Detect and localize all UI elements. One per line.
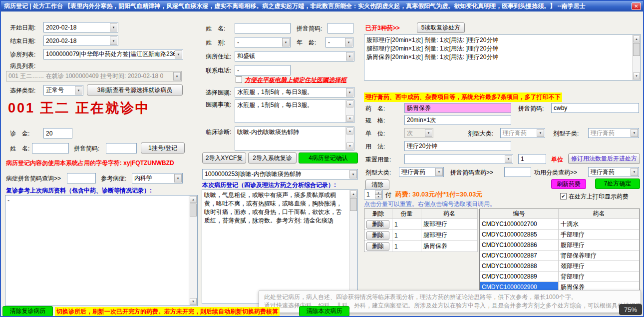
stepper-arrows-icon[interactable]: ▲▼ xyxy=(375,190,382,198)
function-query-value: 理疗膏药 xyxy=(591,168,615,176)
advice-select[interactable]: 水煎服，1剂5前，每日3服。 ▼ xyxy=(235,87,354,98)
class-query-value: 理疗膏药 xyxy=(401,168,425,176)
m-name-input[interactable] xyxy=(235,23,291,34)
start-date-picker[interactable]: 2020-02-18 ▼ xyxy=(43,22,118,32)
chevron-down-icon: ▼ xyxy=(75,86,82,94)
clinic-select[interactable]: 1000000079|中华郎中药处方签|温江区新南路236 ▼ xyxy=(43,49,183,60)
print-fee-checkbox[interactable]: ✔ xyxy=(560,193,567,200)
app-window: 病历登记 | 处方工作台 【表里内外分寒热，阴阳气血精津神，风湿气血痰水湿，虚实… xyxy=(0,0,644,317)
register-button[interactable]: 1挂号/登记 xyxy=(141,142,185,154)
drug-code[interactable]: CMDYC1000002700 xyxy=(480,219,559,229)
import-xycf-button[interactable]: 2导入XYCF复 xyxy=(202,152,246,164)
scrollbar[interactable]: ▲ ▼ xyxy=(632,35,641,80)
drug-name: 背部理疗 xyxy=(559,272,640,282)
read-prescription-button[interactable]: 5读取复诊处方 xyxy=(417,22,465,33)
phone-input[interactable]: - xyxy=(235,65,291,76)
usage-input[interactable]: 理疗20分钟 xyxy=(404,141,511,151)
delete-item-button[interactable]: 删除 xyxy=(366,242,389,250)
item-qty[interactable]: 1 xyxy=(392,241,421,252)
import-system-button[interactable]: 2导入系统复诊 xyxy=(248,152,297,164)
clear-current-button[interactable]: 清除本次病历 xyxy=(299,306,349,316)
table-row[interactable]: CMDYC1000002889 背部理疗 xyxy=(480,272,640,282)
reset-dosage-select[interactable]: ▼ xyxy=(404,154,513,164)
prescription-text: 腹部理疗[20min×1次] 剂量: 1次[用法: ]理疗20分钟 腿部理疗[2… xyxy=(366,36,631,79)
scroll-down-icon[interactable]: ▼ xyxy=(633,72,640,80)
table-row[interactable]: CMDYC1000002886 腹部理疗 xyxy=(480,240,640,250)
scroll-up-icon[interactable]: ▲ xyxy=(350,190,357,198)
unit-select[interactable]: 次 ▼ xyxy=(404,128,433,138)
scroll-up-icon[interactable]: ▲ xyxy=(633,36,640,42)
reset-qty-value: 1 xyxy=(521,156,524,162)
close-button[interactable]: ✕ xyxy=(632,2,641,10)
function-query-label: 功用分类查药>> xyxy=(534,169,577,176)
scroll-up-icon[interactable]: ▲ xyxy=(346,100,353,108)
function-query-select[interactable]: 理疗膏药 ▼ xyxy=(588,167,639,177)
quantity-stepper[interactable]: 1 ▲▼ xyxy=(364,190,383,200)
table-row[interactable]: CMDYC1000002700 十滴水 xyxy=(480,219,640,230)
gender-select[interactable]: - ▼ xyxy=(235,37,291,48)
scroll-up-icon[interactable]: ▲ xyxy=(190,196,197,203)
scroll-down-icon[interactable]: ▼ xyxy=(346,142,353,150)
col-header-qty: 份量 xyxy=(392,209,421,218)
record-textarea[interactable]: 咳嗽，气息粗促，或喉中有痰声，痰多质黏厚或稠黄，咯吐不爽，或有热腥味，或咯血痰，… xyxy=(202,190,358,304)
item-qty[interactable]: 1 xyxy=(392,230,421,240)
drug-code[interactable]: CMDYC1000002887 xyxy=(480,250,559,260)
type-select[interactable]: 正常号 ▼ xyxy=(43,85,83,96)
address-select[interactable]: 和盛镇 ▼ xyxy=(235,51,354,62)
prescription-textarea[interactable]: 腹部理疗[20min×1次] 剂量: 1次[用法: ]理疗20分钟 腿部理疗[2… xyxy=(364,34,641,80)
scroll-up-icon[interactable]: ▲ xyxy=(346,128,353,134)
scrollbar[interactable]: ▲ ▼ xyxy=(345,100,354,122)
advice-detail-textarea[interactable]: 水煎服，1剂5前，每日3服。 ▲ ▼ xyxy=(235,100,354,123)
revise-usage-button[interactable]: 修订用法数量后开进处方 xyxy=(568,154,640,164)
diagnosis-textarea[interactable]: 咳嗽-内伤咳嗽痰热郁肺 ▲ ▼ xyxy=(235,126,354,150)
refresh-sources-button[interactable]: 3刷新查看号源选择就诊病员 xyxy=(87,84,183,96)
patient-select[interactable]: 001 王二…… 在就诊 1000000409 挂号时间: 2020-02-18… xyxy=(6,71,182,82)
drug-name-input[interactable]: 肠胃保养 xyxy=(404,103,511,113)
delete-item-button[interactable]: 删除 xyxy=(366,220,389,228)
history-textarea[interactable]: - ▲ ▼ xyxy=(5,195,198,306)
scroll-down-icon[interactable]: ▼ xyxy=(346,115,353,122)
table-row[interactable]: CMDYC1000002885 手部理疗 xyxy=(480,230,640,240)
symptom-query-input[interactable] xyxy=(67,173,96,184)
ref-symptom-select[interactable]: 内科学 ▼ xyxy=(132,173,183,184)
reset-qty-input[interactable]: 1 xyxy=(518,154,546,164)
drug-name: 肾部保养理疗 xyxy=(559,250,640,260)
clear-drug-button[interactable]: 清除 xyxy=(365,180,389,190)
table-row[interactable]: CMDYC1000002888 颈部理疗 xyxy=(480,261,640,272)
m-pinyin-input[interactable] xyxy=(327,23,353,34)
spec-input[interactable]: 20min×1次 xyxy=(404,115,511,125)
record-confirm-button[interactable]: 4病历登记确认 xyxy=(299,152,358,164)
dosage-subclass-select[interactable]: 理疗膏药 ▼ xyxy=(588,128,639,138)
record-text: 咳嗽，气息粗促，或喉中有痰声，痰多质黏厚或稠黄，咯吐不爽，或有热腥味，或咯血痰，… xyxy=(204,191,347,302)
table-row[interactable]: CMDYC1000002887 肾部保养理疗 xyxy=(480,250,640,261)
age-select[interactable]: - ▼ xyxy=(325,37,353,48)
drug-code[interactable]: CMDYC1000002885 xyxy=(480,230,559,240)
drug-pinyin-input[interactable]: cwby xyxy=(551,103,639,113)
dosage-class-select[interactable]: 理疗膏药 ▼ xyxy=(500,128,545,138)
scrollbar[interactable]: ▲ ▼ xyxy=(189,196,197,306)
refresh-fee-button[interactable]: 刷新药费 xyxy=(551,179,586,189)
fee-input[interactable]: 20 xyxy=(43,128,72,138)
drug-code[interactable]: CMDYC1000002886 xyxy=(480,240,559,250)
item-qty[interactable]: 1 xyxy=(392,219,421,230)
drug-code[interactable]: CMDYC1000002888 xyxy=(480,261,559,271)
delete-item-button[interactable]: 删除 xyxy=(366,232,389,240)
scroll-down-icon[interactable]: ▼ xyxy=(190,298,197,305)
pinyin-input[interactable] xyxy=(106,143,137,154)
phone-label: 联系电话: xyxy=(206,67,231,74)
scroll-thumb[interactable] xyxy=(633,43,640,56)
chevron-down-icon: ▼ xyxy=(631,129,638,137)
scrollbar[interactable]: ▲ ▼ xyxy=(349,190,357,304)
scroll-thumb[interactable] xyxy=(190,204,197,216)
tablet-lock-checkbox[interactable] xyxy=(236,76,242,83)
class-query-select[interactable]: 理疗膏药 ▼ xyxy=(399,167,444,177)
drug-code[interactable]: CMDYC1000002889 xyxy=(480,272,559,282)
scrollbar[interactable]: ▲ ▼ xyxy=(345,127,354,150)
clear-revisit-button[interactable]: 清除复诊病历 xyxy=(2,306,53,316)
end-date-picker[interactable]: 2020-02-18 ▼ xyxy=(43,36,118,46)
prescription-confirm-button[interactable]: 7处方确定 xyxy=(595,178,640,189)
name-input[interactable] xyxy=(32,143,69,154)
diagnosis-select[interactable]: 1000000253|咳嗽-内伤咳嗽痰热郁肺 ▼ xyxy=(202,169,358,180)
scroll-thumb[interactable] xyxy=(350,198,357,211)
pinyin-query-input[interactable] xyxy=(504,167,531,177)
